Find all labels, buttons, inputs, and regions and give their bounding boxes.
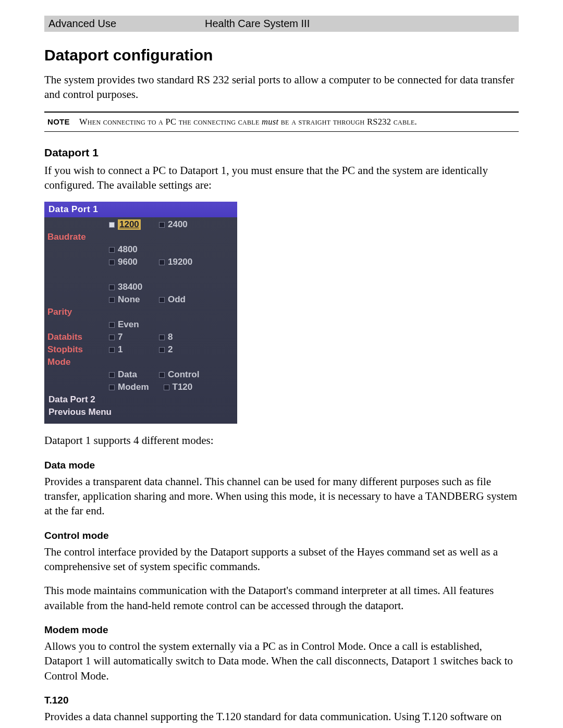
osd-option[interactable]: 7: [109, 332, 144, 342]
note-text-post: be a straight through RS232 cable.: [278, 117, 417, 127]
osd-option-label: 4800: [118, 244, 138, 255]
osd-row-label: Parity: [47, 307, 109, 317]
osd-option-label: None: [118, 294, 140, 305]
osd-row-options: 96001920038400: [109, 257, 234, 292]
data-mode-paragraph: Provides a transparent data channel. Thi…: [44, 474, 519, 519]
osd-option[interactable]: T120: [164, 382, 199, 392]
osd-option-label: Data: [118, 369, 137, 380]
osd-option-label: 8: [168, 332, 173, 342]
osd-option[interactable]: 2400: [159, 219, 194, 230]
osd-row-label: Baudrate: [47, 232, 109, 242]
control-mode-paragraph-2: This mode maintains communication with t…: [44, 583, 519, 613]
osd-row: Stopbits12: [47, 343, 234, 356]
checkbox-icon: [109, 260, 115, 265]
osd-option-label: 7: [118, 332, 123, 342]
osd-row: ParityNoneOddEven: [47, 293, 234, 331]
osd-option[interactable]: 8: [159, 332, 194, 342]
osd-row-label: Mode: [47, 357, 109, 367]
checkbox-icon: [109, 385, 115, 390]
osd-option-label: 2: [168, 344, 173, 355]
modem-mode-paragraph: Allows you to control the system externa…: [44, 639, 519, 683]
osd-option-label: T120: [173, 382, 193, 392]
checkbox-icon: [164, 385, 169, 390]
checkbox-icon: [159, 372, 165, 378]
osd-option-label: 1200: [118, 219, 141, 230]
control-mode-heading: Control mode: [44, 530, 519, 541]
checkbox-icon: [109, 322, 115, 328]
osd-option-label: Odd: [168, 294, 186, 305]
osd-option[interactable]: 19200: [159, 257, 194, 267]
osd-nav-link[interactable]: Data Port 2: [47, 393, 234, 406]
document-page: Advanced Use Health Care System III Data…: [0, 0, 563, 728]
osd-row-label: Databits: [47, 332, 109, 342]
osd-body: Baudrate12002400480096001920038400Parity…: [44, 217, 237, 424]
osd-option[interactable]: None: [109, 294, 144, 305]
osd-option[interactable]: Odd: [159, 294, 194, 305]
osd-option[interactable]: Control: [159, 369, 199, 380]
checkbox-icon: [159, 297, 165, 303]
note-callout: NOTE When connecting to a PC the connect…: [44, 112, 519, 132]
osd-option-label: 38400: [118, 282, 142, 292]
osd-row: DataControl: [47, 368, 234, 381]
checkbox-icon: [159, 260, 165, 265]
osd-option-label: Modem: [118, 382, 149, 392]
osd-row: Mode: [47, 356, 234, 368]
osd-title: Data Port 1: [44, 202, 237, 217]
osd-row-options: 12: [109, 344, 234, 355]
osd-row-options: 78: [109, 332, 234, 342]
osd-row-options: 120024004800: [109, 219, 234, 255]
osd-row: ModemT120: [47, 381, 234, 393]
note-label: NOTE: [47, 117, 70, 126]
osd-option[interactable]: Modem: [109, 382, 149, 392]
after-osd-text: Dataport 1 supports 4 different modes:: [44, 433, 519, 448]
osd-row-label: Stopbits: [47, 344, 109, 355]
t120-heading: T.120: [44, 695, 519, 706]
page-title: Dataport configuration: [44, 46, 519, 64]
note-text-em: must: [262, 117, 278, 127]
osd-option[interactable]: 4800: [109, 244, 144, 255]
checkbox-icon: [109, 372, 115, 378]
checkbox-icon: [109, 297, 115, 303]
osd-menu: Data Port 1 Baudrate12002400480096001920…: [44, 202, 237, 424]
modem-mode-heading: Modem mode: [44, 624, 519, 636]
control-mode-paragraph-1: The control interface provided by the Da…: [44, 545, 519, 574]
header-section-left: Advanced Use: [48, 18, 205, 30]
t120-paragraph-1: Provides a data channel supporting the T…: [44, 709, 519, 728]
osd-row: 96001920038400: [47, 256, 234, 293]
osd-row-options: DataControl: [109, 369, 234, 380]
checkbox-icon: [109, 347, 115, 353]
checkbox-icon: [159, 335, 165, 340]
checkbox-icon: [109, 335, 115, 340]
page-header-bar: Advanced Use Health Care System III: [44, 16, 519, 32]
osd-option[interactable]: Data: [109, 369, 144, 380]
header-section-center: Health Care System III: [205, 18, 515, 30]
osd-option[interactable]: 1200: [109, 219, 144, 230]
osd-option-label: Control: [168, 369, 199, 380]
osd-option-label: 2400: [168, 219, 188, 230]
osd-option[interactable]: 38400: [109, 282, 144, 292]
osd-row-options: NoneOddEven: [109, 294, 234, 330]
osd-option[interactable]: Even: [109, 319, 144, 330]
data-mode-heading: Data mode: [44, 460, 519, 471]
osd-option[interactable]: 1: [109, 344, 144, 355]
osd-option[interactable]: 9600: [109, 257, 144, 267]
dataport1-intro: If you wish to connect a PC to Dataport …: [44, 163, 519, 193]
osd-option-label: 19200: [168, 257, 192, 267]
checkbox-icon: [109, 247, 115, 253]
osd-nav-link[interactable]: Previous Menu: [47, 406, 234, 418]
intro-paragraph: The system provides two standard RS 232 …: [44, 72, 519, 102]
dataport1-heading: Dataport 1: [44, 146, 519, 159]
osd-row: Databits78: [47, 331, 234, 343]
checkbox-icon: [159, 347, 165, 353]
note-text: When connecting to a PC the connecting c…: [79, 117, 417, 127]
osd-option-label: 9600: [118, 257, 138, 267]
checkbox-icon: [159, 222, 165, 228]
osd-row-options: ModemT120: [109, 382, 234, 392]
osd-option-label: 1: [118, 344, 123, 355]
note-text-pre: When connecting to a PC the connecting c…: [79, 117, 262, 127]
checkbox-icon: [109, 285, 115, 290]
osd-option-label: Even: [118, 319, 139, 330]
osd-row: Baudrate120024004800: [47, 218, 234, 256]
checkbox-icon: [109, 222, 115, 228]
osd-option[interactable]: 2: [159, 344, 194, 355]
